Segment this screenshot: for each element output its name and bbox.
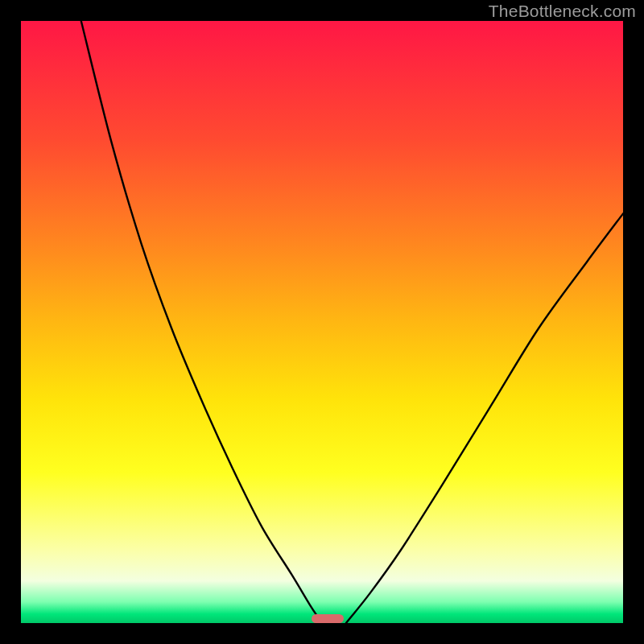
- bottom-dash-marker: [312, 614, 344, 623]
- right-curve-path: [346, 213, 623, 623]
- left-curve-path: [81, 21, 322, 623]
- plot-area: [21, 21, 623, 623]
- attribution-text: TheBottleneck.com: [489, 2, 636, 21]
- chart-frame: TheBottleneck.com: [0, 0, 644, 644]
- curve-layer: [21, 21, 623, 623]
